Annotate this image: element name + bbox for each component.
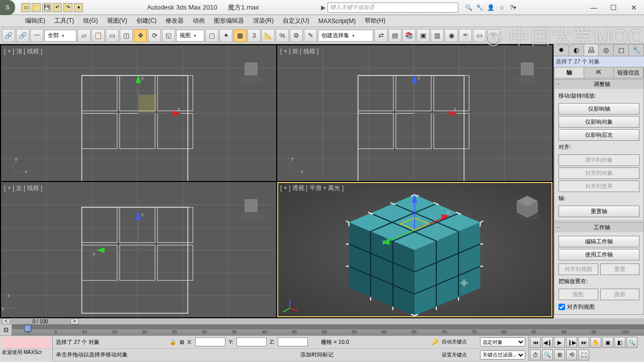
subtab-linkinfo[interactable]: 链接信息 [614,67,643,78]
menu-maxscript[interactable]: MAXScript(M) [318,18,356,25]
manip-icon[interactable]: ✦ [219,29,232,42]
btn-edit-waxis[interactable]: 编辑工作轴 [558,236,639,247]
subtab-pivot[interactable]: 轴 [554,67,584,78]
select-window[interactable]: ◫ [120,29,133,42]
prev-frame[interactable]: ◀❙ [542,337,553,348]
play[interactable]: ▶ [554,337,565,348]
key-filter-combo[interactable]: 关键点过滤器... [480,350,525,359]
setkey-button[interactable]: 设置关键点 [442,351,477,358]
panel-tab-hierarchy[interactable]: 品 [584,44,599,56]
coord-display-icon[interactable]: ⊞ [180,339,184,345]
btn-view[interactable]: 视图 [558,289,598,300]
menu-render[interactable]: 渲染(R) [253,17,274,25]
close-button[interactable]: ✕ [624,1,644,15]
material-icon[interactable]: ◉ [445,29,458,42]
viewport-perspective[interactable]: [ + ] 透视 [ 平滑 + 高光 ] [277,182,552,318]
btn-reset-pivot[interactable]: 重置轴 [558,206,639,217]
scale-tool[interactable]: ◱ [162,29,175,42]
menu-grapheditor[interactable]: 图形编辑器 [214,17,244,25]
btn-align-world[interactable]: 对齐到世界 [558,180,639,192]
next-frame[interactable]: ❙▶ [566,337,577,348]
schematic-icon[interactable]: ▥ [431,29,444,42]
goto-end[interactable]: ⏭ [578,337,589,348]
nav-zoom-ext[interactable]: ▣ [602,337,613,348]
viewport-left[interactable]: [ + ] 左 [ 线框 ] zy zy [1,182,276,318]
chk-align-view[interactable]: 对齐到视图 [558,303,639,311]
nav-orbit[interactable]: ⟲ [566,349,577,360]
viewcube[interactable] [512,192,542,222]
btn-affect-hierarchy[interactable]: 仅影响层次 [558,129,639,141]
menu-tools[interactable]: 工具(T) [54,17,74,25]
link-icon[interactable]: 🔗 [2,29,15,42]
menu-view[interactable]: 视图(V) [107,17,127,25]
move-tool[interactable]: ✥ [134,29,147,42]
maximize-button[interactable]: ☐ [604,1,624,15]
qat-undo[interactable]: ↶ [53,3,62,12]
star-icon[interactable]: ☆ [498,4,507,11]
field-y[interactable] [236,337,267,346]
angle-snap[interactable]: 3 [248,29,261,42]
render-setup-icon[interactable]: ☕ [459,29,472,42]
qat-redo[interactable]: ↷ [63,3,72,12]
autokey-button[interactable]: 自动关键点 [442,338,477,345]
panel-tab-modify[interactable]: ◐ [569,44,584,56]
spinner-snap[interactable]: ⚙ [290,29,303,42]
nav-zoom-all[interactable]: ⊞ [554,349,565,360]
search-input[interactable]: 键入关键字或短语 [328,3,458,13]
viewcube[interactable] [236,192,266,222]
viewport-front[interactable]: [ + ] 前 [ 线框 ] zx zx [277,45,552,181]
layers-icon[interactable]: 📚 [403,29,416,42]
timeline-prev[interactable]: < [2,318,10,324]
timeline-next[interactable]: > [70,318,78,324]
edit-named-sel[interactable]: ✎ [304,29,317,42]
nav-pan[interactable]: ✋ [590,337,601,348]
btn-use-waxis[interactable]: 使用工作轴 [558,249,639,260]
filter-combo[interactable]: 全部 [44,30,76,42]
percent-snap[interactable]: % [276,29,289,42]
help-icon[interactable]: ?▾ [509,4,518,11]
select-object[interactable]: ▱ [77,29,91,42]
community-icon[interactable]: 👤 [487,4,496,11]
nav-fov[interactable]: ◧ [614,337,625,348]
menu-group[interactable]: 组(G) [83,17,98,25]
time-slider[interactable] [24,325,31,332]
btn-reset[interactable]: 重置 [600,263,640,275]
render-icon[interactable]: ☕ [487,29,500,42]
bind-icon[interactable]: 〰 [30,29,43,42]
app-icon[interactable]: S [0,0,15,15]
field-x[interactable] [195,337,225,346]
mirror-icon[interactable]: ⇄ [374,29,387,42]
trackbar[interactable]: ⊟ 05101520253035404550556065707580859095… [0,324,644,335]
menu-help[interactable]: 帮助(H) [365,17,385,25]
qat-save[interactable]: 💾 [42,3,51,12]
key-object-combo[interactable]: 选定对象 [480,337,525,346]
time-config[interactable]: ⏱ [530,349,541,360]
panel-tab-display[interactable]: ▢ [614,44,629,56]
qat-dropdown[interactable]: ▾ [74,3,83,12]
menu-create[interactable]: 创建(C) [136,17,157,25]
pivot-toggle[interactable]: ▢ [205,29,218,42]
rotate-tool[interactable]: ⟳ [148,29,161,42]
viewport-top[interactable]: [ + ] 顶 [ 线框 ] yx yx [1,45,276,181]
tool-icon[interactable]: 🔧 [475,4,485,11]
panel-tab-motion[interactable]: ◎ [599,44,614,56]
viewcube[interactable] [512,55,542,85]
menu-anim[interactable]: 动画 [193,17,205,25]
btn-align-view[interactable]: 对齐到视图 [558,263,598,275]
rollout-adjust-pivot[interactable]: -调整轴 [554,79,643,89]
unlink-icon[interactable]: 🔗 [16,29,29,42]
minimize-button[interactable]: — [584,1,604,15]
rollout-working-pivot[interactable]: -工作轴 [554,223,643,232]
btn-align-object[interactable]: 对齐到对象 [558,167,639,179]
coord-combo[interactable]: 视图 [176,30,204,42]
qat-new[interactable]: ▭ [21,3,30,12]
menu-custom[interactable]: 自定义(U) [283,17,309,25]
nav-zoom[interactable]: 🔍 [542,349,553,360]
named-selection[interactable]: 创建选择集 [318,30,373,42]
nav-maximize[interactable]: ⛶ [578,349,589,360]
binoculars-icon[interactable]: 🔍 [464,4,473,11]
menu-modifiers[interactable]: 修改器 [166,17,184,25]
nav-zoom-region[interactable]: 🔍 [626,337,637,348]
qat-open[interactable]: 📁 [32,3,41,12]
field-z[interactable] [278,337,308,346]
